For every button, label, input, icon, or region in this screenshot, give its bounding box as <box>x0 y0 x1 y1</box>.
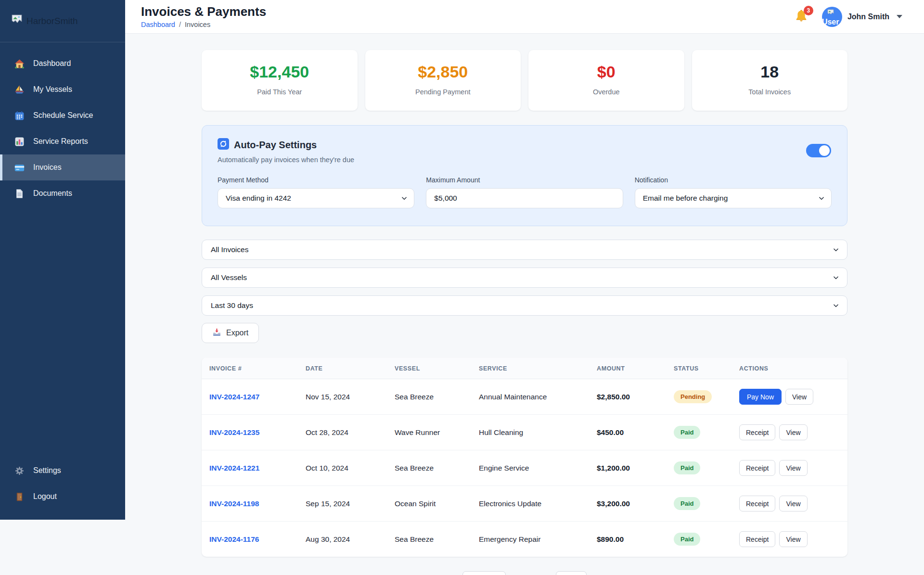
sidebar-item-label: Logout <box>33 492 57 501</box>
sidebar-item-logout[interactable]: Logout <box>0 484 125 510</box>
page-title: Invoices & Payments <box>141 5 266 19</box>
invoice-vessel: Sea Breeze <box>387 450 471 486</box>
topbar-right: 3 User John Smith <box>794 7 902 27</box>
invoice-service: Emergency Repair <box>471 522 589 557</box>
payment-method-label: Payment Method <box>218 176 414 184</box>
vessel-filter-value: All Vessels <box>211 273 247 282</box>
column-header-date: DATE <box>298 358 387 379</box>
inbox-tray-icon <box>212 328 221 339</box>
autopay-toggle[interactable] <box>806 144 831 157</box>
table-row: INV-2024-1235 Oct 28, 2024 Wave Runner H… <box>202 415 847 450</box>
user-menu[interactable]: User John Smith <box>822 7 902 27</box>
house-icon <box>14 59 25 69</box>
view-button[interactable]: View <box>779 424 807 440</box>
receipt-button[interactable]: Receipt <box>739 424 775 440</box>
sidebar-item-schedule-service[interactable]: Schedule Service <box>0 102 125 128</box>
invoice-amount: $890.00 <box>597 535 624 543</box>
stat-value: 18 <box>692 63 848 81</box>
bell-icon <box>794 17 808 26</box>
invoice-service: Electronics Update <box>471 486 589 522</box>
sidebar-item-invoices[interactable]: Invoices <box>0 154 125 180</box>
chevron-down-icon <box>897 15 902 18</box>
view-button[interactable]: View <box>785 389 813 405</box>
breadcrumb: Dashboard / Invoices <box>141 21 266 28</box>
invoice-amount: $450.00 <box>597 428 624 436</box>
invoice-link[interactable]: INV-2024-1235 <box>209 428 259 436</box>
sidebar-footer: Settings Logout <box>0 458 125 520</box>
maximum-amount-input[interactable] <box>434 194 615 203</box>
previous-page-button[interactable]: Previous <box>462 571 506 575</box>
column-header-vessel: VESSEL <box>387 358 471 379</box>
export-button-label: Export <box>226 329 248 337</box>
chevron-down-icon <box>818 195 825 202</box>
status-badge: Paid <box>674 497 700 510</box>
stat-value: $12,450 <box>202 63 358 81</box>
receipt-button[interactable]: Receipt <box>739 460 775 476</box>
toggle-knob <box>819 145 830 156</box>
view-button[interactable]: View <box>779 460 807 476</box>
brand-logo[interactable]: HarborSmith <box>0 0 125 42</box>
export-button[interactable]: Export <box>202 323 259 343</box>
notifications-button[interactable]: 3 <box>794 9 809 25</box>
invoice-status-filter-value: All Invoices <box>211 245 248 254</box>
invoice-service: Engine Service <box>471 450 589 486</box>
payment-method-select[interactable]: Visa ending in 4242 <box>218 188 414 208</box>
sidebar-item-settings[interactable]: Settings <box>0 458 125 484</box>
autopay-fields: Payment Method Visa ending in 4242 Maxim… <box>218 176 832 208</box>
stat-value: $0 <box>528 63 684 81</box>
chevron-down-icon <box>833 302 839 309</box>
notification-select[interactable]: Email me before charging <box>635 188 832 208</box>
invoice-link[interactable]: INV-2024-1247 <box>209 393 259 401</box>
notification-field: Notification Email me before charging <box>635 176 832 208</box>
sidebar-item-label: Documents <box>33 189 72 198</box>
vessel-filter-select[interactable]: All Vessels <box>202 268 847 288</box>
breadcrumb-dashboard-link[interactable]: Dashboard <box>141 21 175 28</box>
sidebar-item-documents[interactable]: Documents <box>0 180 125 206</box>
breadcrumb-current: Invoices <box>185 21 210 28</box>
stat-card-total-invoices: 18 Total Invoices <box>692 50 848 111</box>
document-icon <box>14 189 25 199</box>
date-range-filter-select[interactable]: Last 30 days <box>202 295 847 316</box>
pay-now-button[interactable]: Pay Now <box>739 389 782 405</box>
column-header-service: SERVICE <box>471 358 589 379</box>
notification-count-badge: 3 <box>804 6 813 15</box>
door-icon <box>14 492 25 502</box>
sidebar-item-label: Invoices <box>33 163 62 172</box>
sidebar-item-label: Settings <box>33 466 61 475</box>
sidebar-item-service-reports[interactable]: Service Reports <box>0 128 125 154</box>
broken-image-icon <box>11 13 23 28</box>
sidebar-item-label: Service Reports <box>33 137 88 146</box>
avatar-alt-text: User <box>822 18 839 26</box>
calendar-icon <box>14 111 25 121</box>
invoice-service: Hull Cleaning <box>471 415 589 450</box>
invoice-vessel: Wave Runner <box>387 415 471 450</box>
sidebar-item-my-vessels[interactable]: My Vessels <box>0 77 125 102</box>
invoice-date: Aug 30, 2024 <box>298 522 387 557</box>
column-header-invoice: INVOICE # <box>202 358 298 379</box>
notification-value: Email me before charging <box>643 194 728 203</box>
breadcrumb-separator: / <box>179 21 181 28</box>
row-actions: Receipt View <box>739 424 840 440</box>
view-button[interactable]: View <box>779 496 807 511</box>
column-header-actions: ACTIONS <box>732 358 847 379</box>
invoice-status-filter-select[interactable]: All Invoices <box>202 240 847 260</box>
sidebar-item-label: Schedule Service <box>33 111 93 120</box>
invoice-link[interactable]: INV-2024-1176 <box>209 535 259 543</box>
payment-method-value: Visa ending in 4242 <box>226 194 291 203</box>
view-button[interactable]: View <box>779 531 807 547</box>
content: $12,450 Paid This Year $2,850 Pending Pa… <box>202 34 847 575</box>
row-actions: Receipt View <box>739 531 840 547</box>
page-heading: Invoices & Payments Dashboard / Invoices <box>141 5 266 28</box>
avatar: User <box>822 7 842 27</box>
invoice-link[interactable]: INV-2024-1198 <box>209 499 259 508</box>
invoice-date: Oct 28, 2024 <box>298 415 387 450</box>
receipt-button[interactable]: Receipt <box>739 531 775 547</box>
sidebar-item-dashboard[interactable]: Dashboard <box>0 51 125 77</box>
receipt-button[interactable]: Receipt <box>739 496 775 511</box>
gear-icon <box>14 466 25 476</box>
sidebar-item-label: Dashboard <box>33 59 71 68</box>
row-actions: Receipt View <box>739 460 840 476</box>
next-page-button[interactable]: Next <box>556 571 587 575</box>
invoice-link[interactable]: INV-2024-1221 <box>209 464 259 472</box>
brand-name-alt-text: HarborSmith <box>26 16 78 26</box>
